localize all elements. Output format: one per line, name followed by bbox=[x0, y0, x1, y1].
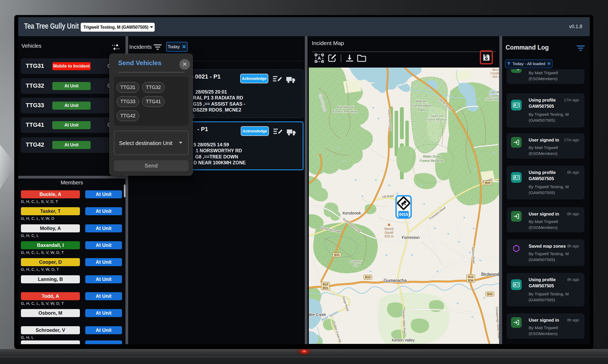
shield-label: B31 bbox=[334, 253, 340, 257]
modal-title: Send Vehicles bbox=[118, 59, 161, 67]
log-entry-title: User signed in bbox=[529, 137, 569, 143]
save-map-button-highlighted[interactable] bbox=[480, 50, 493, 64]
toolbar-divider bbox=[341, 54, 341, 62]
edit-incident-icon[interactable] bbox=[273, 76, 282, 83]
close-icon[interactable]: ✕ bbox=[179, 59, 190, 70]
incident-details: 28/05/25 20:01 RAL P1 3 RADIATA RD G15 ,… bbox=[193, 89, 245, 119]
shield-label: B34 bbox=[485, 181, 491, 184]
draw-edit-tool-icon[interactable] bbox=[328, 54, 337, 63]
map-label-mount-crawford: Mount bbox=[492, 68, 499, 71]
vehicle-name: TTG32 bbox=[26, 82, 44, 89]
monitor-screen: Tea Tree Gully Unit Trigwell Testing, M … bbox=[14, 15, 593, 349]
vehicle-row-ttg41[interactable]: TTG41 At Unit 0 bbox=[21, 117, 121, 133]
map-label-mount-crawford: Crawford bbox=[491, 72, 499, 75]
send-vehicles-icon[interactable] bbox=[111, 43, 121, 51]
member-qualifications: G, H, C, L bbox=[21, 233, 39, 238]
map-label-warren-conservation-park: Park bbox=[418, 108, 425, 112]
member-name-buckle-a[interactable]: Buckle, A bbox=[21, 190, 80, 198]
chip-remove-icon[interactable]: ✕ bbox=[547, 62, 551, 66]
member-status-cooper-d[interactable]: At Unit bbox=[85, 258, 122, 266]
route-shield-b34: B34 bbox=[486, 292, 494, 296]
map-svg: Kersbrook Forest Reserve Warren Conserva… bbox=[309, 68, 499, 344]
destination-unit-select[interactable]: Select destination Unit bbox=[114, 131, 188, 155]
log-entry-saved-map-zones[interactable]: Saved map zones 8h ago By Trigwell Testi… bbox=[507, 239, 584, 266]
member-name-baxandall-i[interactable]: Baxandall, I bbox=[21, 241, 80, 249]
log-entry-time: 17m ago bbox=[564, 138, 579, 142]
profile-selector[interactable]: Trigwell Testing, M (GAW507505) bbox=[81, 23, 155, 32]
edit-incident-icon[interactable] bbox=[273, 128, 283, 136]
member-name-todd-a[interactable]: Todd, A bbox=[21, 292, 80, 300]
vehicle-chip-ttg32[interactable]: TTG32 bbox=[142, 82, 165, 93]
shield-label: B10 bbox=[468, 275, 473, 278]
log-entry-using-profile-3[interactable]: Using profile GAW507505 8h ago By Trigwe… bbox=[507, 273, 584, 306]
profile-selector-label: Trigwell Testing, M (GAW507505) bbox=[83, 25, 148, 30]
map-label-little-mt-crawford: Crawford bbox=[489, 94, 499, 97]
route-shield-b10-b34: B10 B34 bbox=[467, 275, 475, 283]
shield-label: B34 bbox=[487, 292, 493, 296]
member-name-partial[interactable] bbox=[21, 340, 80, 344]
incidents-filter-icon[interactable] bbox=[154, 44, 162, 50]
member-name-lanning-b[interactable]: Lanning, B bbox=[21, 275, 80, 283]
member-name-schroeder-v[interactable]: Schroeder, V bbox=[21, 326, 80, 334]
member-name-osborn-m[interactable]: Osborn, M bbox=[21, 309, 80, 317]
map-panel-title: Incident Map bbox=[312, 40, 344, 46]
send-vehicle-to-incident-icon[interactable] bbox=[287, 129, 296, 136]
vehicle-row-ttg32[interactable]: TTG32 At Unit 0 bbox=[21, 78, 121, 94]
map-label-mount-gould: 525 m bbox=[384, 235, 393, 238]
chip-remove-icon[interactable]: ✕ bbox=[182, 44, 186, 49]
map-label-forestry-sa: Forestry bbox=[350, 260, 362, 263]
download-icon[interactable] bbox=[345, 54, 354, 62]
vehicle-chip-ttg31[interactable]: TTG31 bbox=[117, 82, 139, 93]
vehicle-name: TTG31 bbox=[26, 62, 44, 69]
log-entry-user-signed-in-2[interactable]: User signed in 6h ago By Matt Trigwell(E… bbox=[507, 207, 584, 232]
log-entry-partial[interactable]: By Matt Trigwell(ESOMembers) bbox=[507, 69, 584, 84]
log-entry-time: 8h ago bbox=[567, 244, 579, 248]
sign-in-icon bbox=[511, 137, 522, 148]
member-status-todd-a[interactable]: At Unit bbox=[85, 292, 122, 300]
log-entry-time: 17m ago bbox=[564, 98, 579, 102]
vehicle-status-badge: At Unit bbox=[52, 121, 91, 129]
incidents-filter-chip-today[interactable]: Today ✕ bbox=[166, 42, 188, 52]
log-entry-user-signed-in-3[interactable]: User signed in 8h ago By Matt Trigwell(E… bbox=[507, 313, 584, 339]
member-name-cooper-d[interactable]: Cooper, D bbox=[21, 258, 80, 266]
members-scrollbar[interactable] bbox=[124, 184, 125, 197]
vehicle-row-ttg33[interactable]: TTG33 At Unit bbox=[21, 98, 121, 113]
member-qualifications: G, H, C, L, V, W, D, T bbox=[21, 267, 59, 272]
member-name-tasker-t[interactable]: Tasker, T bbox=[21, 207, 80, 215]
member-qualifications: G, H, L bbox=[21, 335, 34, 340]
log-entry-user-signed-in-1[interactable]: User signed in 17m ago By Matt Trigwell(… bbox=[507, 133, 584, 159]
member-status-lanning-b[interactable]: At Unit bbox=[85, 275, 122, 283]
member-status-partial[interactable] bbox=[85, 340, 122, 344]
command-log-filter-icon[interactable] bbox=[577, 45, 585, 51]
command-log-filter-chip[interactable]: Today - All loaded ✕ bbox=[505, 60, 553, 68]
command-log-list[interactable]: By Matt Trigwell(ESOMembers) Using profi… bbox=[503, 69, 590, 344]
vehicle-chip-ttg33[interactable]: TTG33 bbox=[117, 96, 139, 107]
folder-icon[interactable] bbox=[357, 54, 366, 62]
incident-map[interactable]: Kersbrook Forest Reserve Warren Conserva… bbox=[309, 68, 499, 344]
member-status-osborn-m[interactable]: At Unit bbox=[85, 309, 122, 317]
vehicle-row-ttg42[interactable]: TTG42 At Unit bbox=[21, 137, 121, 153]
map-label-gumeracha: Gumeracha bbox=[384, 278, 407, 283]
power-led bbox=[302, 350, 306, 352]
send-button[interactable]: Send bbox=[114, 160, 188, 171]
send-vehicle-to-incident-icon[interactable] bbox=[286, 76, 296, 84]
vehicle-chip-ttg41[interactable]: TTG41 bbox=[142, 96, 165, 107]
log-entry-using-profile-1[interactable]: Using profile GAW507505 17m ago By Trigw… bbox=[507, 93, 584, 128]
member-status-schroeder-v[interactable]: At Unit bbox=[85, 326, 122, 334]
app-version: v0.1.8 bbox=[569, 24, 582, 29]
log-entry-title: Using profile GAW507505 bbox=[529, 169, 569, 182]
select-text-tool-icon[interactable]: A bbox=[315, 54, 324, 63]
vehicle-row-ttg31[interactable]: TTG31 Mobile to Incident 0 bbox=[21, 58, 121, 74]
member-status-buckle-a[interactable]: At Unit bbox=[85, 190, 122, 198]
acknowledge-button[interactable]: Acknowledge bbox=[241, 126, 269, 136]
svg-text:A: A bbox=[318, 56, 321, 61]
member-status-baxandall-i[interactable]: At Unit bbox=[85, 241, 122, 249]
member-status-molloy-a[interactable]: At Unit bbox=[85, 224, 122, 232]
vehicle-chip-ttg42[interactable]: TTG42 bbox=[117, 110, 139, 121]
map-label-forreston: Forreston bbox=[402, 235, 420, 240]
log-entry-using-profile-2[interactable]: Using profile GAW507505 6h ago By Trigwe… bbox=[507, 166, 584, 199]
member-status-tasker-t[interactable]: At Unit bbox=[85, 207, 122, 215]
member-name-molloy-a[interactable]: Molloy, A bbox=[21, 224, 80, 232]
acknowledge-button[interactable]: Acknowledge bbox=[240, 74, 268, 83]
incident-marker-0015[interactable]: 0015 bbox=[396, 196, 411, 218]
